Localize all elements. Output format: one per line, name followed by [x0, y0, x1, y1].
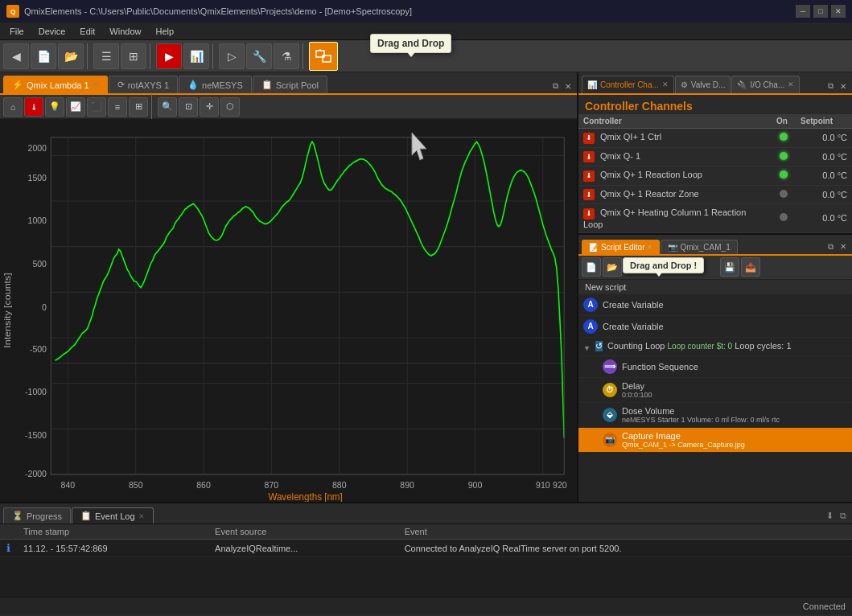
toolbar-back-btn[interactable]: ◀ — [3, 43, 29, 69]
expand-arrow[interactable]: ▼ — [583, 341, 591, 352]
tab-controller-channels[interactable]: 📊 Controller Cha... ✕ — [582, 76, 674, 93]
cc-on-4[interactable] — [772, 204, 796, 233]
toolbar-highlighted-icon — [315, 47, 332, 65]
restore-down-btn[interactable]: ⧉ — [550, 80, 561, 92]
cc-on-1[interactable] — [772, 147, 796, 166]
ctrl-close-btn[interactable]: ✕ — [838, 81, 849, 92]
titlebar: Q QmixElements - C:\Users\Public\Documen… — [0, 0, 852, 23]
bottom-restore-btn[interactable]: ⧉ — [838, 510, 849, 522]
script-new-btn[interactable]: 📄 — [582, 257, 601, 277]
toolbar-run-btn[interactable]: ▷ — [219, 43, 245, 69]
event-timestamp-0: 11.12. - 15:57:42:869 — [17, 540, 208, 557]
ctrl-restore-btn[interactable]: ⧉ — [825, 80, 836, 92]
tab-event-log[interactable]: 📋 Event Log ✕ — [72, 507, 154, 524]
tab-nemesys[interactable]: 💧 neMESYS — [179, 76, 252, 93]
script-content[interactable]: A Create Variable A Create Variable ▼ ↺ … — [578, 294, 852, 503]
script-item-create_variable2[interactable]: A Create Variable — [578, 316, 852, 338]
script-item-dose_volume[interactable]: ⬙ Dose Volume neMESYS Starter 1 Volume: … — [578, 403, 852, 428]
toolbar-sep4 — [303, 43, 306, 69]
script-label-1: Create Variable — [603, 322, 847, 331]
cc-on-3[interactable] — [772, 185, 796, 204]
toolbar-list-btn[interactable]: ☰ — [93, 43, 119, 69]
svg-rect-3 — [0, 119, 577, 502]
controller-channels-table: Controller On Setpoint 🌡 Qmix QI+ 1 Ctrl… — [578, 114, 852, 233]
ct-bulb-btn[interactable]: 💡 — [45, 97, 64, 117]
svg-text:-1000: -1000 — [25, 387, 47, 396]
ct-graph-btn[interactable]: 📈 — [66, 97, 85, 117]
app-icon: Q — [6, 5, 19, 18]
tab-qmix-lambda[interactable]: ⚡ Qmix Lambda 1 ✕ — [3, 76, 108, 93]
ct-table-btn[interactable]: ⊞ — [129, 97, 148, 117]
col-source: Event source — [208, 524, 398, 540]
script-item-function_sequence[interactable]: ⟹ Function Sequence — [578, 356, 852, 378]
maximize-button[interactable]: □ — [813, 5, 828, 18]
ct-home-btn[interactable]: ⌂ — [3, 97, 23, 117]
menu-device[interactable]: Device — [32, 25, 72, 38]
minimize-button[interactable]: ─ — [796, 5, 810, 18]
svg-text:-1500: -1500 — [25, 429, 47, 439]
script-label-4: Delay 0:0:0:100 — [622, 381, 847, 399]
temp-icon-1: 🌡 — [583, 151, 595, 162]
toolbar-play-btn[interactable]: ▶ — [156, 43, 182, 69]
script-counting-loop[interactable]: ▼ ↺ Counting Loop Loop counter $t: 0 Loo… — [578, 338, 852, 356]
script-new-script-label: New script — [578, 280, 852, 294]
script-label-6: Capture Image Qmix_CAM_1 -> Camera_Captu… — [622, 431, 847, 449]
toolbar-table-btn[interactable]: ⊞ — [121, 43, 146, 69]
ct-thermometer-btn[interactable]: 🌡 — [24, 97, 43, 117]
menu-window[interactable]: Window — [103, 25, 147, 38]
close-panel-btn[interactable]: ✕ — [562, 81, 574, 92]
tab-progress[interactable]: ⏳ Progress — [3, 507, 71, 524]
toolbar-open-btn[interactable]: 📂 — [58, 43, 84, 69]
tab-script-pool[interactable]: 📋 Script Pool — [253, 76, 327, 93]
svg-text:1500: 1500 — [28, 173, 47, 183]
tab-valve-d[interactable]: ⚙ Valve D... — [675, 76, 731, 93]
toolbar-device-btn[interactable]: 🔧 — [246, 43, 272, 69]
ct-data-btn[interactable]: ⬛ — [87, 97, 106, 117]
tab-io-channels[interactable]: 🔌 I/O Cha... ✕ — [731, 76, 800, 93]
cc-row-1: 🌡 Qmix Q- 1 0.0 °C — [578, 147, 852, 166]
svg-text:500: 500 — [32, 258, 47, 268]
toolbar-graph-btn[interactable]: 📊 — [183, 43, 209, 69]
script-open-btn[interactable]: 📂 — [603, 257, 622, 277]
cc-setpoint-0: 0.0 °C — [796, 129, 852, 148]
script-item-capture_image[interactable]: 📷 Capture Image Qmix_CAM_1 -> Camera_Cap… — [578, 428, 852, 453]
drag-drop-tooltip: Drag and Drop — [370, 34, 451, 53]
script-save-btn[interactable]: 💾 — [720, 257, 739, 277]
ct-frame-btn[interactable]: ⬡ — [220, 97, 240, 117]
cc-row-3: 🌡 Qmix Q+ 1 Reactor Zone 0.0 °C — [578, 185, 852, 204]
controller-channels-title: Controller Channels — [578, 95, 852, 114]
script-label-0: Create Variable — [603, 300, 847, 310]
bottom-scroll-end-btn[interactable]: ⬇ — [824, 510, 836, 522]
ct-cross-btn[interactable]: ✛ — [200, 97, 219, 117]
svg-text:-500: -500 — [30, 344, 47, 354]
tab-rotaxys[interactable]: ⟳ rotAXYS 1 — [109, 76, 178, 93]
ct-list-btn[interactable]: ≡ — [108, 97, 127, 117]
script-icon-6: 📷 — [603, 433, 617, 447]
cc-on-2[interactable] — [772, 166, 796, 186]
script-drag-drop-tooltip: Drag and Drop ! — [623, 257, 704, 273]
script-export-btn[interactable]: 📤 — [741, 257, 760, 277]
toolbar-vial-btn[interactable]: ⚗ — [274, 43, 299, 69]
menu-file[interactable]: File — [3, 25, 31, 38]
ct-zoom-btn[interactable]: 🔍 — [158, 97, 177, 117]
menu-edit[interactable]: Edit — [73, 25, 101, 38]
script-item-delay[interactable]: ⏱ Delay 0:0:0:100 — [578, 378, 852, 403]
cc-row-2: 🌡 Qmix Q+ 1 Reaction Loop 0.0 °C — [578, 166, 852, 186]
tab-qmix-cam[interactable]: 📷 Qmix_CAM_1 — [661, 240, 737, 254]
ct-select-btn[interactable]: ⊡ — [179, 97, 198, 117]
menu-help[interactable]: Help — [149, 25, 180, 38]
temp-icon-0: 🌡 — [583, 133, 595, 144]
right-panel: 📊 Controller Cha... ✕ ⚙ Valve D... 🔌 I/O… — [578, 72, 852, 502]
toolbar-new-btn[interactable]: 📄 — [31, 43, 56, 69]
toolbar-highlighted-btn[interactable] — [309, 42, 338, 71]
script-close-btn[interactable]: ✕ — [838, 241, 849, 252]
close-button[interactable]: ✕ — [831, 5, 846, 18]
controller-panel: 📊 Controller Cha... ✕ ⚙ Valve D... 🔌 I/O… — [578, 72, 852, 235]
tab-script-editor[interactable]: 📝 Script Editor ✕ — [582, 240, 660, 254]
spectrum-svg: -2000 -1500 -1000 -500 0 500 1000 1500 2… — [0, 119, 577, 502]
cc-on-0[interactable] — [772, 129, 796, 148]
script-icon-3: ⟹ — [603, 359, 617, 374]
script-tab-bar: 📝 Script Editor ✕ 📷 Qmix_CAM_1 ⧉ ✕ — [578, 235, 852, 256]
script-restore-btn[interactable]: ⧉ — [825, 241, 836, 253]
script-item-create_variable[interactable]: A Create Variable — [578, 294, 852, 316]
